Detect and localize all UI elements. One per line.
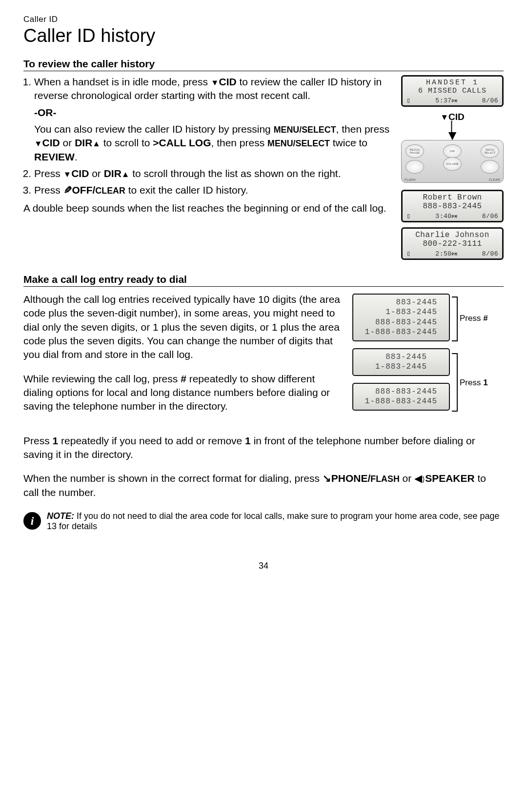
keypad-menu: MENU SELECT — [481, 144, 499, 158]
battery-icon: ▯ — [406, 249, 411, 257]
step-1: When a handset is in idle mode, press CI… — [34, 75, 391, 164]
section1-heading: To review the caller history — [23, 58, 504, 71]
bracket-hash — [452, 297, 458, 341]
sec2-p3: Press 1 repeatedly if you need to add or… — [23, 434, 504, 462]
label-press-hash: Press # — [460, 313, 488, 324]
off-handset-icon — [63, 184, 72, 196]
battery-icon: ▯ — [406, 96, 411, 104]
sec2-p2: While reviewing the call log, press # re… — [23, 372, 344, 414]
page-title: Caller ID history — [23, 25, 504, 46]
down-triangle-icon — [34, 137, 42, 148]
lcd-panel-handset: HANDSET 1 6 MISSED CALLS ▯ 5:37PM 8/06 — [401, 75, 504, 107]
phone-handset-icon — [323, 473, 331, 484]
keypad-redial: REDIAL PAUSE — [405, 144, 424, 158]
keypad-cid: CID — [351, 140, 452, 144]
step-3: Press OFF/CLEAR to exit the caller ID hi… — [34, 183, 391, 197]
label-press-1: Press 1 — [460, 377, 488, 389]
down-triangle-icon — [440, 112, 448, 122]
down-triangle-icon — [63, 168, 72, 179]
keypad-flash: FLASH — [405, 178, 416, 181]
step-2: Press CID or DIR to scroll through the l… — [34, 167, 391, 180]
keypad-clear: CLEAR — [489, 178, 500, 181]
keypad-illustration: REDIAL PAUSE DIR MENU SELECT VOLUME CID … — [401, 140, 504, 183]
sec2-p4: When the number is shown in the correct … — [23, 472, 504, 499]
breadcrumb: Caller ID — [23, 15, 504, 24]
section2-heading: Make a call log entry ready to dial — [23, 274, 504, 287]
keypad-volume: VOLUME — [443, 157, 462, 171]
number-panel-hash: 883-2445 1-883-2445 888-883-24451-888-88… — [352, 294, 450, 341]
battery-icon: ▯ — [406, 212, 411, 220]
or-label: -OR- — [34, 106, 391, 119]
info-icon: i — [23, 512, 41, 530]
keypad-off — [481, 160, 499, 174]
section1-tail: A double beep sounds when the list reach… — [23, 201, 391, 215]
keypad-phone — [405, 160, 424, 174]
sec2-p1: Although the call log entries received t… — [23, 293, 344, 362]
down-triangle-icon — [211, 76, 219, 87]
arrow-down-icon: │▼ — [401, 125, 504, 139]
bracket-1 — [452, 353, 458, 412]
number-panel-1b: 888-883-24451-888-883-2445 — [352, 383, 450, 411]
lcd-panel-call-2: Charlie Johnson 800-222-3111 ▯ 2:50PM 8/… — [401, 227, 504, 260]
note-block: i NOTE: If you do not need to dial the a… — [23, 511, 504, 532]
keypad-dir: DIR — [443, 144, 462, 158]
up-triangle-icon — [122, 168, 130, 179]
number-panel-1a: 883-24451-883-2445 — [352, 348, 450, 376]
up-triangle-icon — [92, 137, 101, 148]
speaker-icon — [414, 473, 425, 484]
page-number: 34 — [23, 561, 504, 571]
lcd-panel-call-1: Robert Brown 888-883-2445 ▯ 3:40PM 8/06 — [401, 190, 504, 222]
